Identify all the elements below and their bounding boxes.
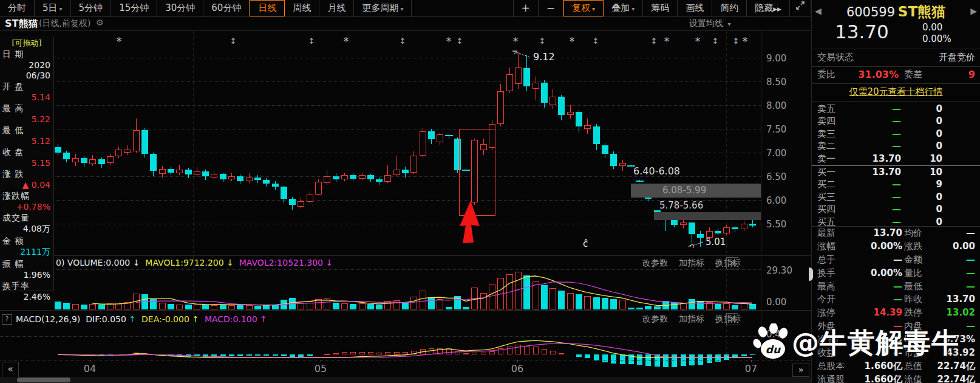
zoom-in-button[interactable]: + (513, 0, 539, 16)
trade-status-label: 交易状态 (817, 52, 854, 63)
collapse-left-button[interactable]: « (2, 362, 19, 378)
tool-button-叠加[interactable]: 叠加▾ (604, 0, 643, 16)
macd-bar (229, 354, 234, 356)
stat-value: 22.74亿 (937, 374, 975, 383)
queue-qty: 0 (936, 103, 942, 114)
macd-bar (99, 354, 104, 356)
volume-bar (81, 305, 87, 309)
candle-body (281, 187, 287, 199)
volume-bar (671, 302, 678, 309)
volume-bar (176, 305, 183, 309)
down-arrow-icon: ↓ (133, 258, 140, 267)
sidebar-collapse-handle[interactable] (809, 267, 813, 281)
stat-label: 跌停 (904, 307, 922, 319)
price-gridline (0, 105, 761, 106)
macd-bar (724, 354, 729, 360)
candle-body (497, 91, 504, 125)
candle-body (437, 134, 443, 142)
queue-label: 卖二 (817, 140, 835, 152)
queue-price: — (892, 179, 901, 190)
stock-code: 600599 (846, 5, 895, 19)
quote-sidebar: ◀ ▶ 600599 ST熊猫 13.70 0.00 0.00% 交易状态 开盘… (812, 0, 980, 383)
chevron-down-icon: ▾ (400, 5, 403, 12)
volume-indicator-header: 0) VOLUME:0.000 ↓ MAVOL1:9712.200 ↓ MAVO… (56, 258, 333, 267)
ohlc-info-panel[interactable]: [可拖动]日 期202006/30开 盘5.14最 高5.22最 低5.12收 … (0, 36, 54, 291)
info-value: 4.08万 (0, 224, 53, 235)
candle-body (89, 159, 96, 164)
queue-price: 13.70 (873, 167, 901, 178)
close-volume-panel-icon[interactable]: × (726, 257, 738, 269)
volume-bar (393, 300, 400, 309)
volume-bar (437, 299, 443, 309)
promo-row: 仅需20元查看十档行情 (812, 84, 980, 102)
period-button-15分钟[interactable]: 15分钟 (111, 0, 157, 16)
volume-bar (428, 297, 435, 309)
volume-bar (515, 272, 522, 309)
period-button-周线[interactable]: 周线 (285, 0, 319, 16)
help-icon[interactable]: ? (2, 314, 12, 325)
event-marker-icon: ↕ (230, 36, 237, 46)
level2-promo-link[interactable]: 仅需20元查看十档行情 (849, 86, 942, 98)
volume-bar (341, 303, 348, 309)
candle-body (185, 170, 192, 174)
candle-body (697, 234, 704, 238)
period-button-分时[interactable]: 分时 (0, 0, 35, 16)
volume-bar (307, 302, 313, 309)
volume-bar (480, 293, 487, 309)
volume-bar (732, 305, 738, 309)
period-button-更多周期[interactable]: 更多周期▾ (354, 0, 412, 16)
info-label: 成交量 (0, 212, 53, 224)
gap3-annotation: 5.78-5.66 (659, 200, 703, 211)
candle-body (237, 176, 243, 181)
period-button-月线[interactable]: 月线 (319, 0, 354, 16)
macd-bar (281, 354, 287, 356)
queue-qty: 0 (936, 140, 942, 151)
info-value: 5.22 (0, 114, 53, 125)
candle-body (159, 169, 166, 174)
period-button-5分钟[interactable]: 5分钟 (71, 0, 112, 16)
candle-body (523, 68, 530, 86)
volume-bar (619, 300, 626, 309)
macd-bar (672, 354, 677, 367)
indicator-link-加指标[interactable]: 加指标 (679, 258, 704, 267)
tool-button-画线[interactable]: 画线 (678, 0, 712, 16)
candle-body (741, 224, 747, 229)
ma-setting-button[interactable]: 设置均线 ▾ (689, 18, 730, 29)
macd-bar (620, 354, 625, 364)
stat-label: 总手 (817, 254, 835, 266)
expand-right-button[interactable]: » (792, 364, 809, 377)
event-marker-icon: * (570, 35, 575, 47)
period-button-日线[interactable]: 日线 (250, 0, 285, 16)
volume-bar (680, 303, 687, 309)
chevron-down-icon: ▾ (592, 5, 595, 12)
macd-bar (741, 354, 747, 356)
indicator-link-加指标[interactable]: 加指标 (679, 314, 704, 323)
tool-button-筹码[interactable]: 筹码 (643, 0, 678, 16)
indicator-link-改参数[interactable]: 改参数 (642, 314, 668, 323)
zoom-out-button[interactable]: − (539, 0, 563, 16)
chart-scrollbar-track[interactable] (0, 377, 811, 383)
gear-icon[interactable]: ⚙ (96, 18, 104, 27)
fullscreen-button[interactable] (790, 0, 811, 16)
period-button-5日[interactable]: 5日▾ (35, 0, 71, 16)
info-label: 日 期 (0, 49, 53, 60)
tool-button-简约[interactable]: 简约 (712, 0, 747, 16)
ask-row: 卖五—0 (812, 103, 980, 116)
indicator-link-改参数[interactable]: 改参数 (642, 258, 668, 267)
stat-value: — (966, 267, 975, 278)
stat-value: 14.39 (874, 307, 902, 318)
macd-bar (385, 352, 390, 354)
close-macd-panel-icon[interactable]: × (726, 313, 738, 325)
volume-gridline (0, 269, 761, 270)
period-button-30分钟[interactable]: 30分钟 (157, 0, 203, 16)
axis-tick (321, 360, 321, 362)
tool-button-复权[interactable]: 复权▾ (563, 0, 604, 16)
stat-value: — (893, 281, 902, 292)
queue-qty: 9 (936, 179, 942, 190)
tool-button-隐藏[interactable]: 隐藏▶▶ (747, 0, 790, 16)
volume-bar (523, 275, 530, 309)
period-button-60分钟[interactable]: 60分钟 (203, 0, 250, 16)
macd-bar (237, 354, 243, 356)
queue-qty: 10 (930, 167, 942, 178)
chart-scrollbar-thumb[interactable] (17, 378, 70, 382)
